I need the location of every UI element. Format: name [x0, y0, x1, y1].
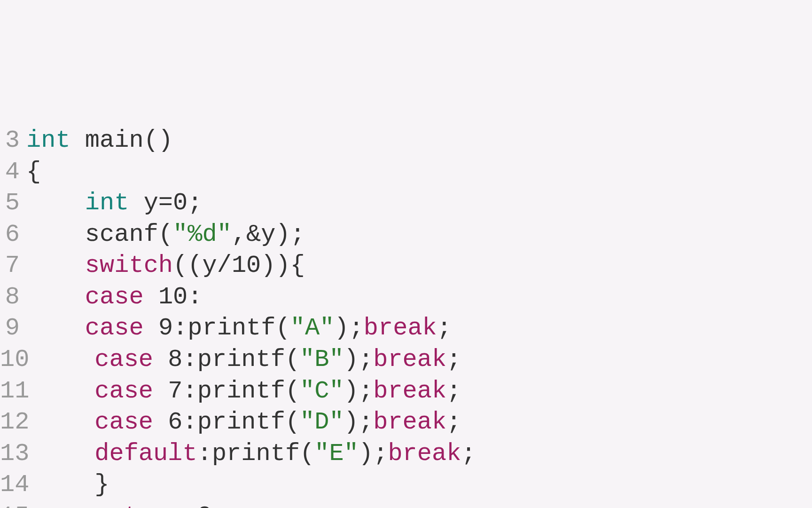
line-content: default:printf("E");break;: [36, 438, 812, 470]
token-punct: );: [359, 440, 388, 468]
token-punct: [26, 314, 85, 342]
line-content: case 7:printf("C");break;: [36, 376, 812, 407]
token-punct: [182, 502, 197, 508]
line-number: 10: [0, 344, 36, 376]
code-line: 13 default:printf("E");break;: [0, 438, 812, 470]
token-punct: ;: [461, 440, 476, 468]
code-line: 6 scanf("%d",&y);: [0, 219, 812, 251]
code-line: 10 case 8:printf("B");break;: [0, 344, 812, 376]
token-punct: );: [344, 408, 373, 436]
token-punct: ;: [446, 408, 461, 436]
token-punct: :: [187, 283, 202, 311]
token-punct: [36, 346, 94, 373]
token-punct: );: [334, 314, 363, 342]
code-line: 14 }: [0, 469, 812, 501]
token-kw-control: switch: [85, 252, 173, 279]
token-str: "D": [300, 408, 344, 436]
code-editor: 3int main()4{5 int y=0;6 scanf("%d",&y);…: [0, 125, 812, 508]
token-num: 10: [232, 252, 261, 279]
token-str: "%d": [173, 221, 232, 248]
token-kw-type: int: [85, 189, 129, 217]
line-number: 4: [0, 157, 26, 188]
line-content: scanf("%d",&y);: [26, 219, 812, 251]
token-kw-control: case: [94, 408, 153, 436]
token-kw-control: break: [364, 314, 437, 342]
code-line: 7 switch((y/10)){: [0, 250, 812, 282]
token-kw-type: int: [26, 127, 70, 154]
token-punct: )){: [261, 252, 305, 279]
token-kw-control: break: [373, 377, 446, 405]
token-num: 9: [158, 314, 173, 342]
token-kw-control: return: [94, 502, 182, 508]
token-str: "A": [290, 314, 335, 342]
token-punct: [144, 314, 158, 342]
token-num: 8: [168, 346, 182, 373]
token-punct: :printf(: [183, 346, 300, 373]
token-punct: [26, 221, 85, 248]
line-number: 6: [0, 219, 26, 251]
token-punct: ;: [187, 189, 202, 217]
token-num: 0: [173, 189, 187, 217]
token-punct: [153, 346, 168, 373]
line-content: int main(): [26, 125, 812, 157]
line-number: 14: [0, 469, 36, 501]
token-punct: ;: [446, 377, 461, 405]
token-punct: :printf(: [183, 377, 300, 405]
token-kw-control: case: [94, 377, 153, 405]
token-num: 6: [168, 408, 182, 436]
token-punct: ;: [446, 346, 461, 373]
line-number: 3: [0, 125, 26, 157]
token-punct: }: [36, 471, 109, 499]
token-punct: :printf(: [173, 314, 290, 342]
line-number: 11: [0, 376, 36, 407]
line-content: case 6:printf("D");break;: [36, 407, 812, 438]
line-number: 9: [0, 313, 26, 344]
token-str: "E": [314, 440, 359, 468]
code-line: 12 case 6:printf("D");break;: [0, 407, 812, 438]
line-number: 12: [0, 407, 36, 438]
token-str: "C": [300, 377, 344, 405]
token-punct: [36, 408, 94, 436]
token-punct: [70, 127, 85, 154]
token-punct: [36, 502, 94, 508]
line-content: case 9:printf("A");break;: [26, 313, 812, 344]
token-punct: [36, 377, 94, 405]
token-punct: [153, 408, 168, 436]
token-punct: [144, 283, 158, 311]
line-number: 13: [0, 438, 36, 470]
token-punct: [26, 252, 85, 279]
line-number: 8: [0, 282, 26, 313]
code-line: 15 return 0;: [0, 501, 812, 508]
token-kw-control: case: [94, 346, 153, 373]
line-content: case 8:printf("B");break;: [36, 344, 812, 376]
token-ident: main(): [85, 127, 173, 154]
token-kw-control: break: [373, 408, 446, 436]
token-kw-control: case: [85, 314, 144, 342]
token-punct: ,&y);: [232, 221, 305, 248]
code-line: 8 case 10:: [0, 282, 812, 313]
token-punct: );: [344, 346, 373, 373]
code-line: 4{: [0, 157, 812, 188]
token-punct: [153, 377, 168, 405]
token-num: 7: [168, 377, 182, 405]
line-number: 5: [0, 188, 26, 219]
token-punct: ;: [437, 314, 452, 342]
line-content: case 10:: [26, 282, 812, 313]
token-punct: :printf(: [183, 408, 300, 436]
line-content: }: [36, 469, 812, 501]
token-punct: [36, 440, 94, 468]
token-punct: ((y/: [173, 252, 232, 279]
token-punct: [26, 189, 85, 217]
line-content: return 0;: [36, 501, 812, 508]
token-punct: );: [344, 377, 373, 405]
token-kw-control: break: [388, 440, 461, 468]
line-content: {: [26, 157, 812, 188]
token-ident: scanf(: [85, 221, 173, 248]
token-kw-control: default: [94, 440, 197, 468]
token-punct: y=: [129, 189, 173, 217]
line-number: 15: [0, 501, 36, 508]
token-kw-control: break: [373, 346, 446, 373]
token-punct: ;: [212, 502, 226, 508]
token-punct: :printf(: [197, 440, 315, 468]
code-line: 5 int y=0;: [0, 188, 812, 219]
